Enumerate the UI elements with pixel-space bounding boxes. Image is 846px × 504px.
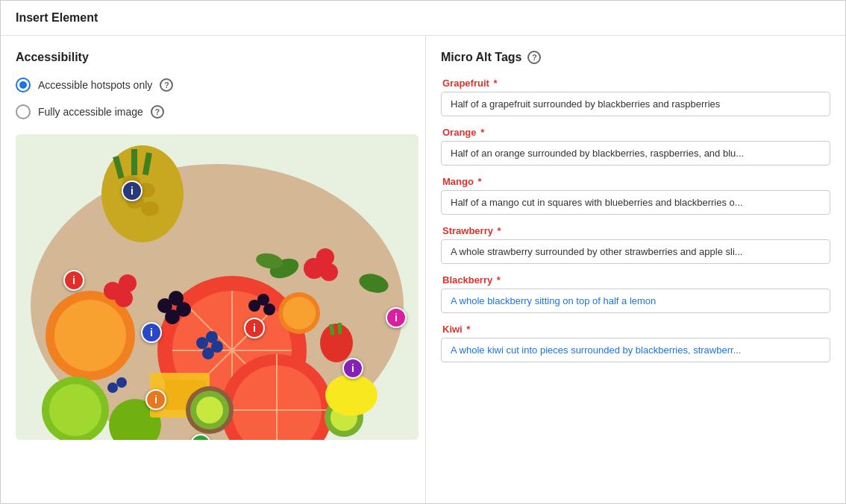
field-grapefruit-label: Grapefruit * [441, 78, 830, 89]
svg-point-38 [115, 289, 133, 307]
field-mango-label: Mango * [441, 176, 830, 187]
field-strawberry-label: Strawberry * [441, 225, 830, 236]
full-help-icon[interactable]: ? [151, 105, 164, 119]
field-orange-input[interactable] [441, 141, 830, 166]
svg-point-41 [320, 263, 338, 281]
svg-point-22 [49, 384, 101, 436]
svg-point-32 [165, 309, 180, 324]
svg-rect-50 [338, 323, 342, 334]
accessibility-options: Accessible hotspots only ? Fully accessi… [16, 78, 410, 119]
svg-point-12 [54, 300, 126, 371]
field-blackberry: Blackberry * [441, 274, 830, 313]
svg-point-20 [141, 201, 159, 216]
micro-alt-title: Micro Alt Tags [441, 51, 521, 64]
svg-point-37 [119, 274, 137, 292]
svg-point-46 [107, 382, 118, 393]
svg-point-54 [325, 374, 377, 416]
micro-alt-header: Micro Alt Tags ? [441, 51, 830, 64]
hotspot-strawberry[interactable]: i [386, 307, 407, 328]
fruit-image: i i i i i i i i [16, 134, 419, 440]
svg-point-47 [116, 377, 127, 388]
svg-point-45 [202, 347, 214, 359]
hotspots-help-icon[interactable]: ? [160, 78, 173, 92]
svg-point-35 [263, 303, 275, 315]
hotspot-grapefruit[interactable]: i [244, 318, 265, 338]
field-orange-label: Orange * [441, 127, 830, 138]
dialog-body: Accessibility Accessible hotspots only ?… [1, 36, 845, 503]
radio-hotspots[interactable]: Accessible hotspots only ? [16, 78, 410, 92]
svg-point-48 [320, 324, 353, 362]
svg-point-40 [316, 248, 334, 266]
svg-point-28 [196, 397, 223, 423]
hotspot-pineapple[interactable]: i [122, 180, 142, 201]
field-grapefruit: Grapefruit * [441, 78, 830, 116]
radio-hotspots-label: Accessible hotspots only [38, 79, 152, 91]
field-orange: Orange * [441, 127, 830, 166]
hotspot-mango[interactable]: i [141, 322, 162, 343]
svg-rect-15 [131, 149, 137, 175]
field-kiwi-label: Kiwi * [441, 324, 830, 335]
dialog-title: Insert Element [16, 11, 98, 24]
radio-full[interactable]: Fully accessible image ? [16, 104, 410, 119]
field-blackberry-label: Blackberry * [441, 274, 830, 286]
field-kiwi: Kiwi * [441, 324, 830, 362]
radio-full-circle[interactable] [16, 104, 31, 119]
left-panel: Accessibility Accessible hotspots only ?… [1, 36, 426, 503]
field-kiwi-input[interactable] [441, 338, 830, 362]
field-blackberry-input[interactable] [441, 289, 830, 313]
field-mango-input[interactable] [441, 190, 830, 215]
micro-alt-help-icon[interactable]: ? [527, 51, 541, 64]
svg-point-56 [283, 297, 316, 330]
hotspot-orange[interactable]: i [145, 389, 166, 410]
radio-full-label: Fully accessible image [38, 106, 143, 118]
right-panel: Micro Alt Tags ? Grapefruit * Orange * [426, 36, 845, 503]
dialog-header: Insert Element [1, 1, 845, 36]
hotspot-blackberry[interactable]: i [342, 358, 363, 379]
hotspot-raspberry[interactable]: i [63, 270, 84, 291]
field-mango: Mango * [441, 176, 830, 215]
field-grapefruit-input[interactable] [441, 92, 830, 116]
dialog: Insert Element Accessibility Accessible … [0, 0, 846, 504]
radio-hotspots-circle[interactable] [16, 78, 31, 92]
field-strawberry: Strawberry * [441, 225, 830, 264]
accessibility-title: Accessibility [16, 51, 410, 64]
field-strawberry-input[interactable] [441, 239, 830, 264]
